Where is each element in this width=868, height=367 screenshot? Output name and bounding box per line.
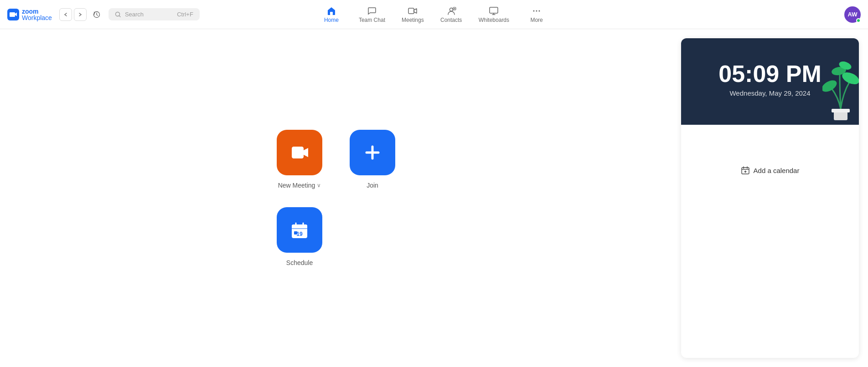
tab-team-chat-label: Team Chat <box>359 17 385 23</box>
svg-rect-16 <box>832 109 850 112</box>
back-button[interactable] <box>59 8 72 21</box>
search-icon <box>115 11 121 18</box>
svg-rect-12 <box>292 224 307 230</box>
meetings-icon <box>408 6 418 16</box>
zoom-logo-icon <box>7 9 19 20</box>
calendar-add-icon <box>741 166 750 175</box>
tab-more-label: More <box>530 17 542 23</box>
tab-more[interactable]: More <box>518 2 555 27</box>
tab-contacts[interactable]: Contacts <box>433 2 470 27</box>
back-icon <box>63 12 68 17</box>
schedule-label: Schedule <box>286 259 313 266</box>
new-meeting-label: New Meeting ∨ <box>278 182 321 189</box>
clock-date: Wednesday, May 29, 2024 <box>729 89 810 97</box>
online-status-dot <box>856 18 861 23</box>
schedule-icon-bg: 19 <box>277 207 322 253</box>
svg-point-5 <box>450 8 453 11</box>
svg-rect-4 <box>408 8 414 14</box>
tab-whiteboards[interactable]: Whiteboards <box>471 2 517 27</box>
svg-point-9 <box>536 10 537 11</box>
new-meeting-chevron: ∨ <box>317 182 321 189</box>
main-content: New Meeting ∨ Join <box>0 29 868 367</box>
forward-button[interactable] <box>74 8 87 21</box>
history-button[interactable] <box>90 8 103 21</box>
tab-team-chat[interactable]: Team Chat <box>351 2 393 27</box>
calendar-widget: 05:09 PM Wednesday, May 29, 2024 <box>681 38 859 358</box>
tab-contacts-label: Contacts <box>440 17 462 23</box>
plant-decoration <box>822 38 859 125</box>
center-nav: Home Team Chat Meetings Contacts <box>313 2 555 27</box>
schedule-calendar-icon: 19 <box>288 219 311 241</box>
clock-area: 05:09 PM Wednesday, May 29, 2024 <box>681 38 859 125</box>
new-meeting-icon-bg <box>277 130 322 175</box>
new-meeting-video-icon <box>288 141 311 164</box>
tab-meetings[interactable]: Meetings <box>394 2 431 27</box>
new-meeting-action[interactable]: New Meeting ∨ <box>277 130 322 189</box>
svg-rect-7 <box>490 7 498 13</box>
schedule-action[interactable]: 19 Schedule <box>277 207 322 266</box>
calendar-body: Add a calendar <box>681 125 859 216</box>
svg-rect-3 <box>330 12 333 15</box>
right-area: AW <box>844 6 861 23</box>
logo-text: zoom Workplace <box>22 8 52 21</box>
join-label: Join <box>367 182 378 189</box>
history-icon <box>93 11 100 18</box>
home-icon <box>326 6 336 16</box>
tab-whiteboards-label: Whiteboards <box>479 17 509 23</box>
join-icon-bg <box>350 130 395 175</box>
add-calendar-button[interactable]: Add a calendar <box>734 161 807 179</box>
tab-home-label: Home <box>324 17 339 23</box>
add-calendar-label: Add a calendar <box>754 167 800 174</box>
search-label: Search <box>125 11 144 18</box>
clock-time: 05:09 PM <box>718 62 821 86</box>
logo-area: zoom Workplace <box>7 8 52 21</box>
join-plus-icon <box>361 141 384 164</box>
svg-point-8 <box>533 10 535 11</box>
whiteboards-icon <box>489 6 499 16</box>
tab-meetings-label: Meetings <box>402 17 424 23</box>
logo-zoom-label: zoom <box>22 8 52 15</box>
search-bar[interactable]: Search Ctrl+F <box>108 8 200 20</box>
team-chat-icon <box>367 6 377 16</box>
nav-arrows <box>59 8 87 21</box>
svg-point-10 <box>539 10 540 11</box>
left-panel: New Meeting ∨ Join <box>0 29 672 367</box>
tab-home[interactable]: Home <box>313 2 350 27</box>
actions-grid: New Meeting ∨ Join <box>277 130 395 266</box>
right-panel: 05:09 PM Wednesday, May 29, 2024 <box>672 29 868 367</box>
svg-point-17 <box>822 78 839 94</box>
avatar-initials: AW <box>848 11 858 18</box>
join-action[interactable]: Join <box>350 130 395 189</box>
svg-text:19: 19 <box>296 231 303 237</box>
search-shortcut: Ctrl+F <box>177 11 193 18</box>
more-icon <box>532 6 542 16</box>
titlebar: zoom Workplace Search Ctrl+F <box>0 0 868 29</box>
user-avatar[interactable]: AW <box>844 6 861 23</box>
contacts-icon <box>446 6 456 16</box>
forward-icon <box>78 12 83 17</box>
logo-workplace-label: Workplace <box>22 15 52 21</box>
